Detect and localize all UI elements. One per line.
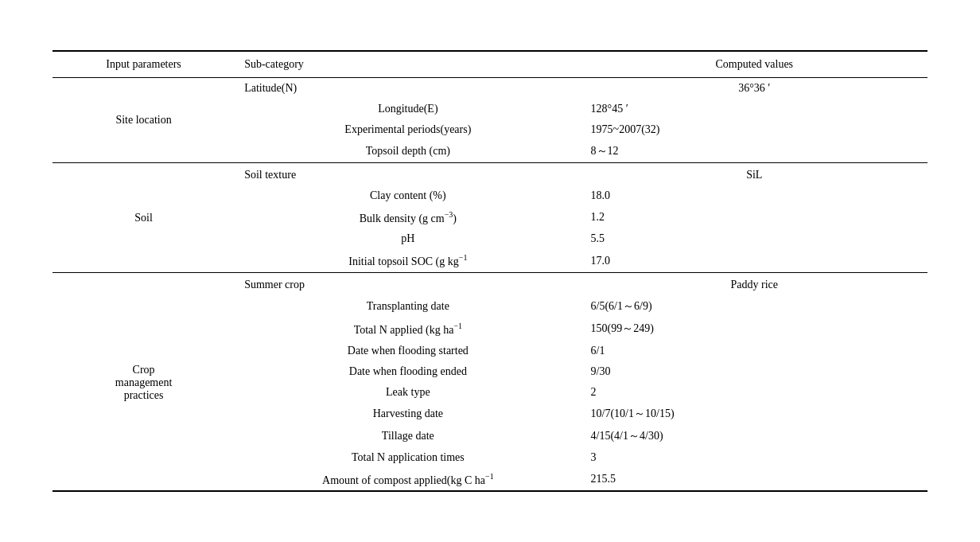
sub-category-cell: Experimental periods(years) (235, 119, 581, 140)
sub-category-cell: Total N application times (235, 447, 581, 468)
sub-category-cell: Latitude(N) (235, 77, 581, 99)
table-row: SoilSoil textureSiL (52, 162, 928, 185)
sub-category-cell: Amount of compost applied(kg C ha−1 (235, 468, 581, 492)
table-container: Input parameters Sub-category Computed v… (52, 50, 928, 493)
computed-value-cell: Paddy rice (581, 273, 928, 296)
sub-category-cell: pH (235, 228, 581, 249)
computed-value-cell: 215.5 (581, 468, 928, 492)
computed-value-cell: 1.2 (581, 206, 928, 229)
table-row: CropmanagementpracticesSummer cropPaddy … (52, 273, 928, 296)
table-row: Site locationLatitude(N)36°36 ′ (52, 77, 928, 99)
sub-category-cell: Harvesting date (235, 403, 581, 425)
sub-category-cell: Total N applied (kg ha−1 (235, 318, 581, 341)
computed-value-cell: 5.5 (581, 228, 928, 249)
sub-category-cell: Bulk density (g cm−3) (235, 206, 581, 229)
section-label: Cropmanagementpractices (52, 273, 235, 492)
sub-category-cell: Initial topsoil SOC (g kg−1 (235, 249, 581, 272)
computed-value-cell: 8～12 (581, 140, 928, 163)
section-label: Soil (52, 162, 235, 272)
computed-value-cell: SiL (581, 162, 928, 185)
sub-category-cell: Tillage date (235, 425, 581, 447)
computed-value-cell: 6/1 (581, 341, 928, 361)
computed-value-cell: 9/30 (581, 361, 928, 382)
computed-value-cell: 17.0 (581, 249, 928, 272)
header-sub-category: Sub-category (235, 51, 581, 78)
sub-category-cell: Clay content (%) (235, 185, 581, 206)
sub-category-cell: Leak type (235, 382, 581, 403)
sub-category-cell: Topsoil depth (cm) (235, 140, 581, 163)
computed-value-cell: 128°45 ′ (581, 99, 928, 119)
header-computed-values: Computed values (581, 51, 928, 78)
computed-value-cell: 2 (581, 382, 928, 403)
computed-value-cell: 10/7(10/1～10/15) (581, 403, 928, 425)
data-table: Input parameters Sub-category Computed v… (52, 50, 928, 493)
header-input-parameters: Input parameters (52, 51, 235, 78)
computed-value-cell: 18.0 (581, 185, 928, 206)
sub-category-cell: Longitude(E) (235, 99, 581, 119)
sub-category-cell: Transplanting date (235, 295, 581, 318)
section-label: Site location (52, 77, 235, 162)
computed-value-cell: 150(99～249) (581, 318, 928, 341)
sub-category-cell: Soil texture (235, 162, 581, 185)
sub-category-cell: Date when flooding started (235, 341, 581, 361)
header-row: Input parameters Sub-category Computed v… (52, 51, 928, 78)
computed-value-cell: 1975~2007(32) (581, 119, 928, 140)
computed-value-cell: 36°36 ′ (581, 77, 928, 99)
sub-category-cell: Date when flooding ended (235, 361, 581, 382)
computed-value-cell: 6/5(6/1～6/9) (581, 295, 928, 318)
computed-value-cell: 3 (581, 447, 928, 468)
sub-category-cell: Summer crop (235, 273, 581, 296)
computed-value-cell: 4/15(4/1～4/30) (581, 425, 928, 447)
